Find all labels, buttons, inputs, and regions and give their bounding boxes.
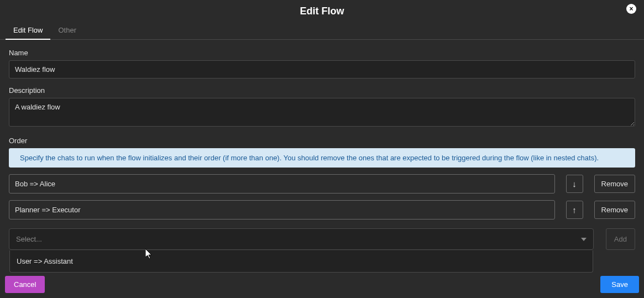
order-item: Planner => Executor bbox=[9, 200, 555, 219]
chevron-down-icon bbox=[581, 238, 587, 241]
name-label: Name bbox=[9, 49, 635, 57]
select-row: Select... User => Assistant Add bbox=[9, 228, 635, 250]
tabs-container: Edit Flow Other bbox=[0, 22, 644, 40]
content-area: Name Description A waldiez flow Order Sp… bbox=[0, 40, 644, 259]
select-dropdown[interactable]: Select... User => Assistant bbox=[9, 228, 594, 250]
select-placeholder: Select... bbox=[16, 235, 42, 243]
move-up-button[interactable]: ↑ bbox=[566, 201, 583, 219]
move-down-button[interactable]: ↓ bbox=[566, 175, 583, 193]
footer: Cancel Save bbox=[5, 276, 639, 293]
dropdown-options: User => Assistant bbox=[9, 250, 593, 273]
description-label: Description bbox=[9, 86, 635, 95]
add-button: Add bbox=[606, 228, 635, 250]
remove-button[interactable]: Remove bbox=[594, 175, 635, 193]
close-button[interactable]: × bbox=[626, 4, 636, 14]
description-input[interactable]: A waldiez flow bbox=[9, 98, 635, 127]
tab-other[interactable]: Other bbox=[50, 22, 84, 39]
remove-button[interactable]: Remove bbox=[594, 201, 635, 219]
modal-title: Edit Flow bbox=[0, 0, 644, 22]
order-label: Order bbox=[9, 137, 635, 145]
tab-edit-flow[interactable]: Edit Flow bbox=[6, 22, 50, 40]
cancel-button[interactable]: Cancel bbox=[5, 276, 45, 293]
order-row: Planner => Executor ↑ Remove bbox=[9, 200, 635, 219]
order-info-banner: Specify the chats to run when the flow i… bbox=[9, 148, 635, 168]
order-row: Bob => Alice ↓ Remove bbox=[9, 174, 635, 194]
name-input[interactable] bbox=[9, 60, 635, 79]
order-item: Bob => Alice bbox=[9, 174, 555, 194]
save-button[interactable]: Save bbox=[600, 276, 639, 293]
dropdown-option[interactable]: User => Assistant bbox=[10, 250, 593, 272]
close-icon: × bbox=[629, 5, 633, 13]
